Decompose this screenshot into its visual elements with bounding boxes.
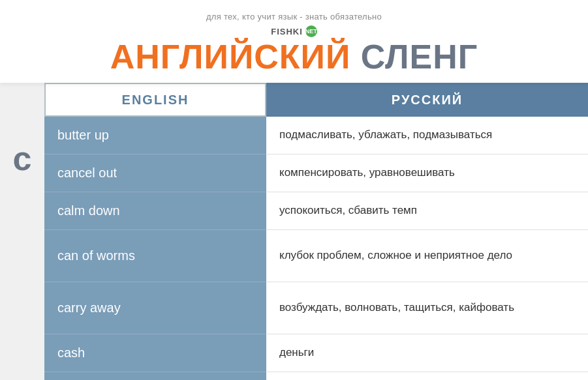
logo-text: FISHKI — [271, 27, 303, 37]
page-wrapper: для тех, кто учит язык - знать обязатель… — [0, 0, 588, 380]
content-area: c ENGLISH РУССКИЙ butter upcancel outcal… — [0, 83, 588, 380]
side-letter: c — [0, 83, 44, 380]
title-gray: СЛЕНГ — [361, 38, 478, 76]
ru-row: загорать — [266, 372, 588, 380]
ru-row: клубок проблем, сложное и неприятное дел… — [266, 230, 588, 282]
main-title: АНГЛИЙСКИЙ СЛЕНГ — [0, 40, 588, 74]
ru-row: деньги — [266, 334, 588, 372]
en-row: cash — [44, 334, 266, 372]
en-term: butter up — [57, 128, 109, 143]
logo-row: FISHKINET — [0, 25, 588, 37]
ru-row: успокоиться, сбавить темп — [266, 192, 588, 230]
title-orange: АНГЛИЙСКИЙ — [110, 38, 351, 76]
en-row: cancel out — [44, 154, 266, 192]
logo-badge: NET — [305, 25, 317, 37]
header: для тех, кто учит язык - знать обязатель… — [0, 0, 588, 83]
ru-translation: деньги — [279, 345, 314, 360]
en-row: calm down — [44, 192, 266, 230]
en-row: carry away — [44, 282, 266, 334]
russian-column-header: РУССКИЙ — [266, 83, 588, 117]
ru-row: возбуждать, волновать, тащиться, кайфова… — [266, 282, 588, 334]
en-term: calm down — [57, 203, 120, 218]
en-term: cancel out — [57, 166, 117, 181]
header-subtitle: для тех, кто учит язык - знать обязатель… — [0, 12, 588, 22]
en-term: cash — [57, 345, 85, 360]
en-term: carry away — [57, 300, 121, 315]
english-header-label: ENGLISH — [122, 93, 189, 108]
ru-translation: клубок проблем, сложное и неприятное дел… — [279, 248, 512, 263]
en-row: can of worms — [44, 230, 266, 282]
ru-translation: успокоиться, сбавить темп — [279, 203, 417, 218]
russian-header-label: РУССКИЙ — [392, 93, 463, 108]
en-row: catch some rays — [44, 372, 266, 380]
russian-column: подмасливать, ублажать, подмазыватьсяком… — [266, 117, 588, 380]
ru-translation: возбуждать, волновать, тащиться, кайфова… — [279, 300, 514, 315]
side-letter-text: c — [13, 141, 32, 175]
english-column-header: ENGLISH — [44, 83, 266, 117]
table-container: ENGLISH РУССКИЙ butter upcancel outcalm … — [44, 83, 588, 380]
english-column: butter upcancel outcalm downcan of worms… — [44, 117, 266, 380]
ru-translation: компенсировать, уравновешивать — [279, 166, 455, 181]
ru-row: компенсировать, уравновешивать — [266, 154, 588, 192]
en-term: can of worms — [57, 248, 135, 263]
ru-translation: подмасливать, ублажать, подмазываться — [279, 128, 492, 143]
en-row: butter up — [44, 117, 266, 154]
column-headers: ENGLISH РУССКИЙ — [44, 83, 588, 117]
rows-area: butter upcancel outcalm downcan of worms… — [44, 117, 588, 380]
ru-row: подмасливать, ублажать, подмазываться — [266, 117, 588, 154]
